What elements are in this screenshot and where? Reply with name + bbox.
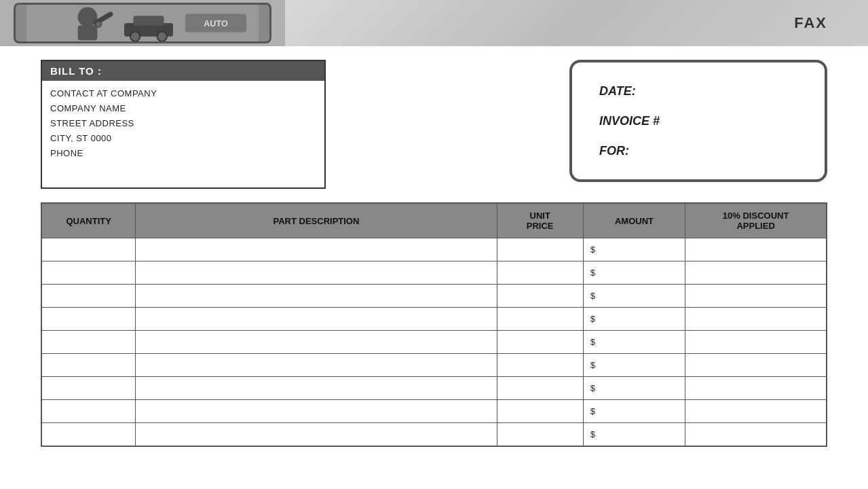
logo-box: AUTO [14, 3, 271, 43]
cell-amount: $ [583, 423, 685, 446]
invoice-box: DATE: INVOICE # FOR: [569, 60, 827, 182]
svg-rect-6 [134, 16, 164, 25]
bill-section: BILL TO : CONTACT AT COMPANYCOMPANY NAME… [0, 46, 868, 202]
cell-discount [685, 261, 827, 285]
svg-point-4 [96, 21, 102, 27]
cell-description [136, 377, 497, 400]
cell-discount [685, 238, 827, 261]
col-header-amount: AMOUNT [583, 203, 685, 238]
cell-amount: $ [583, 400, 685, 423]
col-header-discount: 10% DISCOUNTAPPLIED [685, 203, 827, 238]
cell-unit-price [497, 238, 583, 261]
cell-unit-price [497, 400, 583, 423]
table-row: $ [41, 308, 827, 331]
table-section: QUANTITY PART DESCRIPTION UNITPRICE AMOU… [0, 202, 868, 460]
logo-area: AUTO [0, 0, 285, 46]
table-row: $ [41, 377, 827, 400]
cell-description [136, 261, 497, 285]
table-header: QUANTITY PART DESCRIPTION UNITPRICE AMOU… [41, 203, 827, 238]
table-row: $ [41, 238, 827, 261]
cell-discount [685, 377, 827, 400]
cell-quantity [41, 423, 136, 446]
cell-discount [685, 400, 827, 423]
cell-description [136, 308, 497, 331]
cell-quantity [41, 400, 136, 423]
cell-quantity [41, 261, 136, 285]
logo-icon: AUTO [16, 5, 269, 41]
bill-to-line: COMPANY NAME [50, 101, 316, 116]
bill-to-body: CONTACT AT COMPANYCOMPANY NAMESTREET ADD… [42, 81, 324, 166]
cell-discount [685, 331, 827, 354]
table-body: $$$$$$$$$ [41, 238, 827, 446]
cell-discount [685, 285, 827, 308]
cell-unit-price [497, 331, 583, 354]
cell-quantity [41, 285, 136, 308]
col-header-description: PART DESCRIPTION [136, 203, 497, 238]
invoice-table: QUANTITY PART DESCRIPTION UNITPRICE AMOU… [41, 202, 827, 447]
cell-amount: $ [583, 238, 685, 261]
bill-to-line: CITY, ST 0000 [50, 131, 316, 146]
table-row: $ [41, 261, 827, 285]
table-row: $ [41, 331, 827, 354]
cell-unit-price [497, 423, 583, 446]
cell-quantity [41, 308, 136, 331]
cell-amount: $ [583, 354, 685, 377]
cell-description [136, 331, 497, 354]
svg-point-8 [157, 32, 167, 41]
cell-unit-price [497, 377, 583, 400]
cell-description [136, 400, 497, 423]
date-field: DATE: [599, 79, 797, 103]
cell-unit-price [497, 308, 583, 331]
cell-description [136, 285, 497, 308]
cell-amount: $ [583, 308, 685, 331]
bill-to-line: CONTACT AT COMPANY [50, 86, 316, 101]
cell-amount: $ [583, 377, 685, 400]
for-field: FOR: [599, 139, 797, 163]
bill-to-line: PHONE [50, 146, 316, 161]
invoice-number-field: INVOICE # [599, 109, 797, 133]
cell-quantity [41, 331, 136, 354]
table-row: $ [41, 423, 827, 446]
bill-to-line: STREET ADDRESS [50, 116, 316, 131]
col-header-unit-price: UNITPRICE [497, 203, 583, 238]
cell-description [136, 354, 497, 377]
svg-point-7 [130, 32, 140, 41]
cell-amount: $ [583, 285, 685, 308]
header: AUTO FAX [0, 0, 868, 46]
svg-rect-2 [78, 26, 98, 41]
table-row: $ [41, 354, 827, 377]
svg-text:AUTO: AUTO [204, 19, 228, 29]
cell-unit-price [497, 354, 583, 377]
invoice-page: AUTO FAX BILL TO : CONTACT AT COMPANYCOM… [0, 0, 868, 460]
cell-description [136, 238, 497, 261]
bill-to-box: BILL TO : CONTACT AT COMPANYCOMPANY NAME… [41, 60, 326, 189]
cell-amount: $ [583, 331, 685, 354]
bill-to-header: BILL TO : [42, 61, 324, 81]
fax-label: FAX [794, 14, 827, 32]
cell-description [136, 423, 497, 446]
cell-quantity [41, 354, 136, 377]
cell-quantity [41, 238, 136, 261]
col-header-quantity: QUANTITY [41, 203, 136, 238]
cell-discount [685, 354, 827, 377]
cell-amount: $ [583, 261, 685, 285]
cell-unit-price [497, 285, 583, 308]
cell-unit-price [497, 261, 583, 285]
cell-discount [685, 308, 827, 331]
cell-quantity [41, 377, 136, 400]
cell-discount [685, 423, 827, 446]
table-row: $ [41, 400, 827, 423]
header-right: FAX [285, 0, 868, 46]
table-row: $ [41, 285, 827, 308]
